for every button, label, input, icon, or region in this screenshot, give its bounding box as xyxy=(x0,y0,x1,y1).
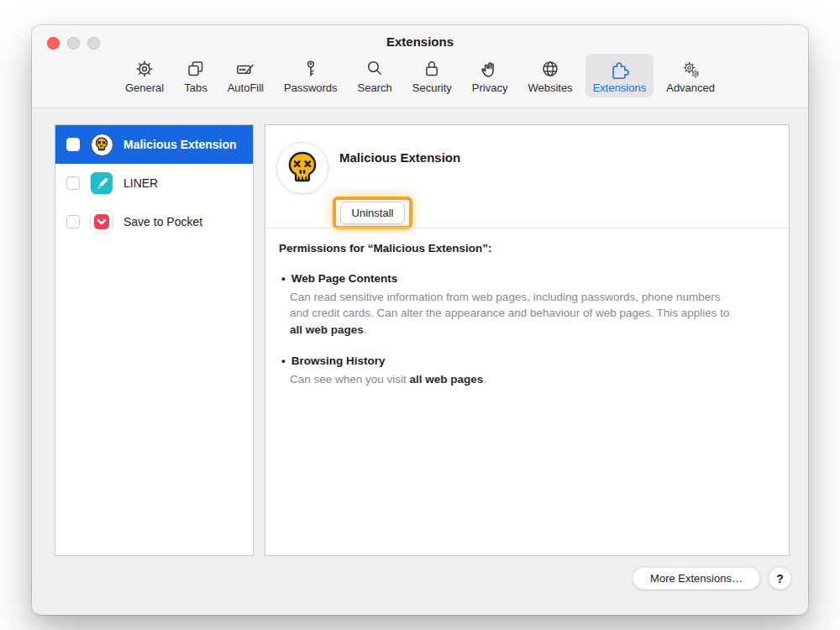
toolbar-label: AutoFill xyxy=(228,81,264,94)
toolbar-item-advanced[interactable]: Advanced xyxy=(659,54,722,97)
preferences-toolbar: General Tabs xyxy=(32,54,808,97)
window-title: Extensions xyxy=(32,34,808,49)
magnifier-icon xyxy=(364,58,386,80)
toolbar-item-privacy[interactable]: Privacy xyxy=(465,54,516,97)
bullet-marker: • xyxy=(281,272,286,285)
more-extensions-button[interactable]: More Extensions… xyxy=(633,567,760,590)
toolbar-label: Websites xyxy=(528,81,572,94)
extension-enable-checkbox[interactable] xyxy=(66,138,80,151)
extension-name: LINER xyxy=(123,176,158,190)
toolbar-item-general[interactable]: General xyxy=(118,54,171,97)
list-item-liner[interactable]: LINER xyxy=(55,164,253,202)
toolbar-item-passwords[interactable]: Passwords xyxy=(276,54,345,97)
permissions-heading: Permissions for “Malicious Extension”: xyxy=(279,242,772,255)
extension-name: Save to Pocket xyxy=(123,215,202,228)
list-item-malicious-extension[interactable]: Malicious Extension xyxy=(55,125,253,164)
toolbar-label: General xyxy=(125,81,164,94)
extension-detail-panel: Malicious Extension Uninstall Permission… xyxy=(265,124,790,556)
lock-icon xyxy=(421,58,443,80)
skull-icon-large xyxy=(276,142,328,194)
help-button[interactable]: ? xyxy=(769,567,791,590)
permission-description: Can see when you visit all web pages. xyxy=(290,371,730,387)
toolbar-label: Privacy xyxy=(472,81,508,94)
skull-icon xyxy=(90,133,113,156)
extension-enable-checkbox[interactable] xyxy=(66,176,80,190)
permissions-section: Permissions for “Malicious Extension”: •… xyxy=(279,242,772,404)
uninstall-button[interactable]: Uninstall xyxy=(340,202,406,224)
toolbar-item-autofill[interactable]: AutoFill xyxy=(220,54,271,97)
permission-name: Web Page Contents xyxy=(291,272,398,285)
toolbar-label: Tabs xyxy=(184,81,207,94)
permission-browsing-history: • Browsing History Can see when you visi… xyxy=(279,354,772,387)
puzzle-icon xyxy=(608,58,630,80)
list-item-save-to-pocket[interactable]: Save to Pocket xyxy=(55,202,253,241)
permission-description: Can read sensitive information from web … xyxy=(290,289,730,338)
toolbar-item-security[interactable]: Security xyxy=(405,54,459,97)
hand-icon xyxy=(479,58,501,80)
extension-detail-title: Malicious Extension xyxy=(339,150,460,165)
toolbar-label: Security xyxy=(412,81,452,94)
permission-web-page-contents: • Web Page Contents Can read sensitive i… xyxy=(279,272,772,338)
titlebar: Extensions General xyxy=(32,25,808,108)
toolbar-item-extensions[interactable]: Extensions xyxy=(585,54,654,97)
autofill-icon xyxy=(234,58,256,80)
toolbar-item-tabs[interactable]: Tabs xyxy=(176,54,214,97)
extensions-list: Malicious Extension LINER xyxy=(55,124,254,556)
toolbar-item-search[interactable]: Search xyxy=(350,54,400,97)
toolbar-item-websites[interactable]: Websites xyxy=(520,54,580,97)
globe-icon xyxy=(539,58,561,80)
gears-icon xyxy=(680,58,701,80)
toolbar-label: Extensions xyxy=(593,81,647,94)
toolbar-label: Advanced xyxy=(666,81,715,94)
liner-icon xyxy=(90,171,113,195)
toolbar-label: Search xyxy=(358,81,392,94)
tabs-icon xyxy=(185,58,207,80)
extension-name: Malicious Extension xyxy=(123,138,237,151)
key-icon xyxy=(300,58,322,80)
gear-icon xyxy=(134,58,155,80)
permission-name: Browsing History xyxy=(291,354,386,367)
pocket-icon xyxy=(90,210,113,234)
uninstall-highlight-annotation: Uninstall xyxy=(333,197,412,229)
extension-enable-checkbox[interactable] xyxy=(66,215,80,228)
preferences-window: Extensions General xyxy=(32,25,808,615)
toolbar-label: Passwords xyxy=(284,81,338,94)
bullet-marker: • xyxy=(281,354,286,367)
header-divider xyxy=(265,228,789,228)
